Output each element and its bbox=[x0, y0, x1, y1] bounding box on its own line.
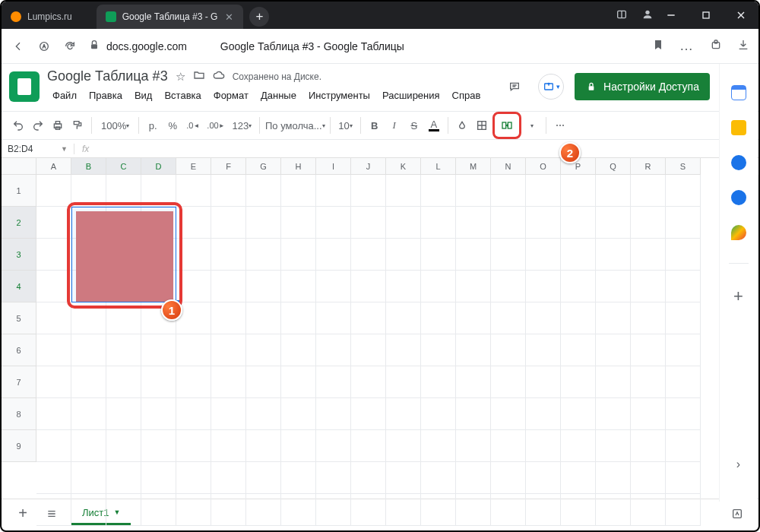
decrease-decimal-button[interactable]: .0◄ bbox=[183, 116, 202, 135]
menu-file[interactable]: Файл bbox=[47, 87, 82, 103]
doc-name[interactable]: Google Таблица #3 bbox=[47, 68, 168, 84]
window-close-button[interactable] bbox=[724, 2, 758, 29]
menu-format[interactable]: Формат bbox=[208, 87, 254, 103]
tasks-icon[interactable] bbox=[731, 155, 746, 170]
cloud-saved-icon[interactable] bbox=[213, 69, 225, 84]
increase-decimal-button[interactable]: .00► bbox=[204, 116, 227, 135]
italic-button[interactable]: I bbox=[385, 116, 404, 135]
menu-insert[interactable]: Вставка bbox=[159, 87, 206, 103]
menu-tools[interactable]: Инструменты bbox=[303, 87, 375, 103]
undo-button[interactable] bbox=[9, 116, 27, 135]
keep-icon[interactable] bbox=[731, 120, 746, 135]
downloads-icon[interactable] bbox=[737, 39, 749, 54]
percent-button[interactable]: % bbox=[163, 116, 182, 135]
row-header[interactable]: 7 bbox=[2, 366, 36, 398]
maps-icon[interactable] bbox=[731, 225, 746, 240]
cell-reference: B2:D4 bbox=[8, 144, 33, 154]
page-title: Google Таблица #3 - Google Таблицы bbox=[220, 40, 404, 52]
close-icon[interactable]: ✕ bbox=[223, 11, 234, 22]
annotation-highlight-toolbar bbox=[492, 112, 521, 139]
print-button[interactable] bbox=[49, 116, 67, 135]
more-formats-button[interactable]: 123▾ bbox=[230, 116, 255, 135]
row-header[interactable]: 2 bbox=[2, 207, 36, 239]
explore-button[interactable] bbox=[728, 505, 746, 523]
yandex-icon[interactable] bbox=[36, 39, 52, 54]
merge-cells-button[interactable] bbox=[498, 116, 516, 135]
row-header[interactable]: 6 bbox=[2, 334, 36, 366]
paint-format-button[interactable] bbox=[68, 116, 87, 135]
toolbar-more-button[interactable] bbox=[551, 116, 569, 135]
col-header[interactable]: C bbox=[106, 158, 141, 175]
name-box[interactable]: B2:D4 ▼ bbox=[2, 144, 74, 154]
col-header[interactable]: R bbox=[631, 158, 666, 175]
text-color-button[interactable]: A bbox=[425, 116, 443, 135]
address-bar[interactable]: docs.google.com bbox=[88, 39, 187, 53]
select-all-corner[interactable] bbox=[2, 158, 36, 175]
row-header[interactable]: 9 bbox=[2, 430, 36, 462]
browser-tab-sheets[interactable]: Google Таблица #3 - G ✕ bbox=[97, 5, 244, 29]
menubar: Файл Правка Вид Вставка Формат Данные Ин… bbox=[47, 87, 486, 103]
svg-rect-29 bbox=[733, 509, 742, 518]
col-header[interactable]: B bbox=[71, 158, 106, 175]
comments-button[interactable] bbox=[502, 74, 527, 100]
font-size-select[interactable]: 10 ▾ bbox=[335, 116, 355, 135]
row-header[interactable]: 5 bbox=[2, 302, 36, 334]
col-header[interactable]: J bbox=[351, 158, 386, 175]
merge-dropdown[interactable]: ▾ bbox=[523, 116, 541, 135]
col-header[interactable]: N bbox=[491, 158, 526, 175]
row-header[interactable]: 3 bbox=[2, 239, 36, 271]
col-header[interactable]: G bbox=[246, 158, 281, 175]
menu-view[interactable]: Вид bbox=[129, 87, 158, 103]
person-icon[interactable] bbox=[641, 8, 654, 23]
row-header[interactable]: 8 bbox=[2, 398, 36, 430]
browser-tab-lumpics[interactable]: Lumpics.ru bbox=[2, 5, 81, 29]
fill-color-button[interactable] bbox=[453, 116, 471, 135]
hide-panel-button[interactable]: › bbox=[736, 458, 740, 471]
share-button[interactable]: Настройки Доступа bbox=[575, 73, 710, 100]
row-header[interactable]: 1 bbox=[2, 175, 36, 207]
spreadsheet-grid[interactable]: A B C D E F G H I J K L M N O P Q R S 1 … bbox=[2, 158, 758, 499]
borders-button[interactable] bbox=[473, 116, 491, 135]
sheets-logo-icon[interactable] bbox=[9, 71, 40, 102]
present-button[interactable]: ▾ bbox=[538, 74, 564, 100]
col-header[interactable]: I bbox=[316, 158, 351, 175]
col-header[interactable]: E bbox=[176, 158, 211, 175]
col-header[interactable]: F bbox=[211, 158, 246, 175]
col-header[interactable]: L bbox=[421, 158, 456, 175]
move-icon[interactable] bbox=[193, 69, 205, 84]
col-header[interactable]: M bbox=[456, 158, 491, 175]
back-button[interactable] bbox=[11, 39, 26, 54]
menu-extensions[interactable]: Расширения bbox=[377, 87, 445, 103]
extensions-icon[interactable] bbox=[710, 39, 722, 54]
add-sheet-button[interactable]: + bbox=[14, 505, 32, 523]
star-icon[interactable]: ☆ bbox=[176, 70, 185, 84]
menu-edit[interactable]: Правка bbox=[84, 87, 128, 103]
new-tab-button[interactable]: + bbox=[249, 7, 269, 27]
col-header[interactable]: Q bbox=[596, 158, 631, 175]
window-minimize-button[interactable] bbox=[654, 2, 689, 29]
zoom-select[interactable]: 100% ▾ bbox=[97, 116, 134, 135]
add-addon-button[interactable]: + bbox=[733, 287, 743, 306]
redo-button[interactable] bbox=[29, 116, 47, 135]
col-header[interactable]: H bbox=[281, 158, 316, 175]
font-select[interactable]: По умолча... ▾ bbox=[264, 116, 325, 135]
contacts-icon[interactable] bbox=[731, 190, 746, 205]
col-header[interactable]: A bbox=[36, 158, 71, 175]
row-header[interactable]: 4 bbox=[2, 271, 36, 302]
reload-button[interactable] bbox=[62, 39, 78, 54]
menu-data[interactable]: Данные bbox=[255, 87, 302, 103]
calendar-icon[interactable] bbox=[731, 85, 746, 100]
strikethrough-button[interactable]: S bbox=[405, 116, 423, 135]
col-header[interactable]: K bbox=[386, 158, 421, 175]
bold-button[interactable]: B bbox=[366, 116, 384, 135]
menu-help[interactable]: Справ bbox=[447, 87, 486, 103]
currency-button[interactable]: р. bbox=[144, 116, 162, 135]
col-header[interactable]: O bbox=[526, 158, 561, 175]
more-icon[interactable]: … bbox=[679, 38, 695, 54]
col-header[interactable]: S bbox=[666, 158, 701, 175]
formula-bar-row: B2:D4 ▼ fx bbox=[2, 140, 758, 158]
window-maximize-button[interactable] bbox=[689, 2, 724, 29]
bookmark-icon[interactable] bbox=[652, 39, 664, 54]
reader-icon[interactable] bbox=[616, 8, 628, 23]
col-header[interactable]: D bbox=[141, 158, 176, 175]
